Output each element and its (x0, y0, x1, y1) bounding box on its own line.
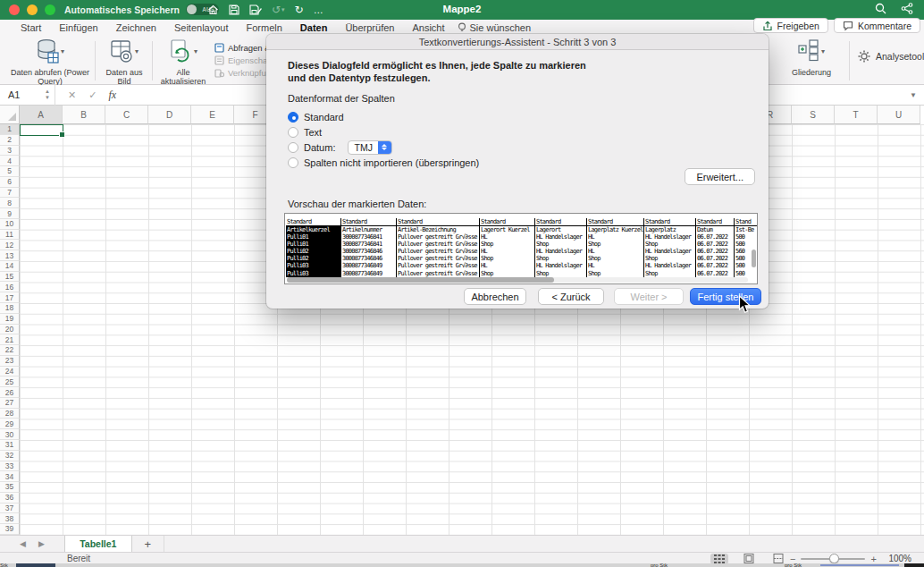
row-header-29[interactable]: 29 (0, 419, 20, 429)
analysis-tools-button[interactable]: Analysetools (858, 50, 924, 63)
scrollbar-thumb[interactable] (287, 277, 554, 283)
row-header-3[interactable]: 3 (0, 146, 20, 157)
share-icon[interactable] (901, 3, 913, 14)
radio-option-spalten-nicht-importieren-überspringen[interactable]: Spalten nicht importieren (überspringen) (288, 155, 479, 170)
row-header-5[interactable]: 5 (0, 166, 20, 177)
preview-column-8[interactable]: StandIst-Be500500560500500500 (735, 218, 758, 277)
insert-function-icon[interactable]: fx (108, 89, 116, 102)
selected-cell-a1[interactable] (20, 124, 63, 136)
zoom-slider-knob[interactable] (829, 554, 839, 563)
row-header-8[interactable]: 8 (0, 198, 20, 208)
comments-button[interactable]: Kommentare (834, 18, 920, 33)
radio-option-text[interactable]: Text (288, 124, 479, 140)
row-header-33[interactable]: 33 (0, 461, 20, 472)
row-header-18[interactable]: 18 (0, 303, 20, 314)
next-button[interactable]: Weiter > (614, 288, 684, 305)
data-preview-box[interactable]: StandardArtikelkuerzelPulli01Pulli01Pull… (284, 213, 758, 284)
column-header-u[interactable]: U (878, 106, 920, 124)
row-header-23[interactable]: 23 (0, 356, 20, 367)
zoom-window-button[interactable] (45, 4, 55, 15)
column-header-e[interactable]: E (191, 106, 234, 124)
row-header-31[interactable]: 31 (0, 440, 20, 451)
share-button[interactable]: Freigeben (753, 18, 828, 33)
row-header-24[interactable]: 24 (0, 367, 20, 377)
row-header-16[interactable]: 16 (0, 282, 20, 292)
select-all-corner[interactable] (0, 106, 20, 124)
row-header-12[interactable]: 12 (0, 240, 20, 250)
zoom-in-icon[interactable]: + (870, 554, 876, 564)
advanced-button[interactable]: Erweitert... (685, 168, 755, 185)
row-header-26[interactable]: 26 (0, 387, 20, 398)
back-button[interactable]: < Zurück (538, 288, 604, 305)
name-box-stepper-icon[interactable]: ▲▼ (45, 89, 50, 101)
outline-button[interactable]: ▾ Gliederung (779, 38, 844, 77)
row-header-35[interactable]: 35 (0, 482, 20, 493)
row-header-13[interactable]: 13 (0, 250, 20, 261)
save-as-icon[interactable] (249, 4, 262, 15)
preview-column-1[interactable]: StandardArtikelnummer3000877346841300087… (341, 218, 397, 277)
redo-icon[interactable]: ↻ (295, 4, 304, 16)
refresh-all-button[interactable]: ▾ Alle aktualisieren (155, 38, 211, 86)
page-break-view-icon[interactable] (769, 554, 787, 564)
row-header-37[interactable]: 37 (0, 504, 20, 514)
close-window-button[interactable] (9, 4, 20, 15)
row-header-22[interactable]: 22 (0, 345, 20, 356)
row-header-4[interactable]: 4 (0, 156, 20, 166)
row-header-6[interactable]: 6 (0, 177, 20, 188)
save-icon[interactable] (229, 4, 239, 15)
radio-indicator[interactable] (288, 157, 298, 168)
preview-column-0[interactable]: StandardArtikelkuerzelPulli01Pulli01Pull… (286, 218, 341, 277)
preview-column-2[interactable]: StandardArtikel-BezeichnungPullover gest… (397, 218, 480, 277)
row-header-25[interactable]: 25 (0, 377, 20, 387)
column-header-s[interactable]: S (792, 106, 835, 124)
tab-einfügen[interactable]: Einfügen (50, 20, 106, 36)
tab-seitenlayout[interactable]: Seitenlayout (165, 20, 238, 36)
row-header-20[interactable]: 20 (0, 325, 20, 335)
data-from-picture-button[interactable]: ▾ Daten aus Bild (98, 38, 150, 86)
column-header-a[interactable]: A (20, 106, 63, 124)
cancel-entry-icon[interactable]: ✕ (68, 89, 76, 101)
zoom-out-icon[interactable]: − (790, 554, 795, 564)
preview-column-4[interactable]: StandardLagerortHL HandelslagerShopHL Ha… (535, 218, 587, 277)
radio-option-datum[interactable]: Datum:TMJ (288, 140, 479, 155)
zoom-slider[interactable] (801, 558, 865, 560)
sheet-prev-icon[interactable]: ◀ (20, 539, 26, 548)
tab-start[interactable]: Start (12, 20, 50, 36)
row-header-28[interactable]: 28 (0, 409, 20, 419)
row-header-38[interactable]: 38 (0, 513, 20, 524)
row-header-11[interactable]: 11 (0, 230, 20, 241)
row-header-17[interactable]: 17 (0, 292, 20, 303)
preview-column-5[interactable]: StandardLagerplatz KuerzelHLShopHLShopHL… (587, 218, 644, 277)
row-header-19[interactable]: 19 (0, 314, 20, 325)
name-box[interactable]: A1 ▲▼ (0, 85, 55, 106)
radio-indicator[interactable] (288, 142, 298, 153)
row-header-15[interactable]: 15 (0, 272, 20, 283)
cancel-button[interactable]: Abbrechen (464, 288, 526, 305)
sheet-next-icon[interactable]: ▶ (38, 539, 45, 548)
radio-indicator[interactable] (288, 127, 298, 138)
radio-indicator[interactable] (288, 112, 298, 123)
add-sheet-button[interactable]: + (132, 536, 164, 553)
row-header-39[interactable]: 39 (0, 524, 20, 535)
home-icon[interactable] (207, 4, 219, 15)
row-header-36[interactable]: 36 (0, 493, 20, 504)
column-header-d[interactable]: D (148, 106, 191, 124)
row-header-2[interactable]: 2 (0, 135, 20, 146)
row-header-10[interactable]: 10 (0, 219, 20, 230)
preview-column-7[interactable]: StandardDatum06.07.202206.07.202206.07.2… (696, 218, 735, 277)
row-header-7[interactable]: 7 (0, 188, 20, 199)
row-header-32[interactable]: 32 (0, 451, 20, 461)
row-header-21[interactable]: 21 (0, 334, 20, 345)
page-layout-view-icon[interactable] (740, 554, 758, 564)
row-header-30[interactable]: 30 (0, 429, 20, 440)
normal-view-icon[interactable] (710, 554, 728, 564)
row-header-9[interactable]: 9 (0, 208, 20, 219)
row-header-14[interactable]: 14 (0, 261, 20, 272)
confirm-entry-icon[interactable]: ✓ (88, 89, 97, 101)
date-format-dropdown[interactable]: TMJ (348, 140, 391, 155)
row-header-34[interactable]: 34 (0, 471, 20, 482)
radio-option-standard[interactable]: Standard (288, 109, 479, 124)
column-header-t[interactable]: T (835, 106, 878, 124)
minimize-window-button[interactable] (27, 4, 38, 15)
preview-column-3[interactable]: StandardLagerort KuerzelHLShopHLShopHLSh… (480, 218, 535, 277)
